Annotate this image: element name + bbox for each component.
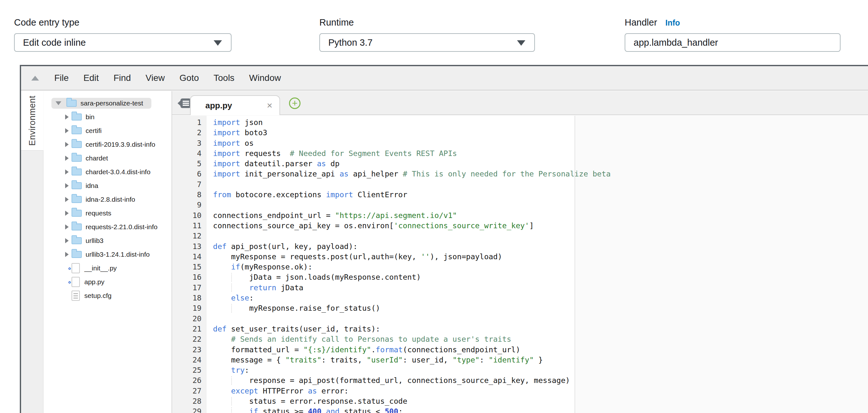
tree-row-inner: certifi-2019.3.9.dist-info (61, 139, 163, 150)
tree-item-bin[interactable]: bin (44, 110, 172, 124)
code-line[interactable]: message = { "traits": traits, "userId": … (207, 355, 868, 365)
code-line[interactable]: def set_user_traits(user_id, traits): (207, 324, 868, 334)
tab-app-py[interactable]: app.py × (190, 95, 280, 115)
tree-row-inner: ‹›app.py (67, 275, 113, 289)
caret-down-icon[interactable] (56, 101, 66, 105)
code-line[interactable]: formatted_url = "{:s}/identify".format(c… (207, 345, 868, 355)
handler-info-link[interactable]: Info (665, 18, 680, 28)
tree-item-urllib3-1.24.1.dist-info[interactable]: urllib3-1.24.1.dist-info (44, 247, 172, 261)
code-line[interactable] (207, 231, 868, 241)
line-number: 1 (172, 117, 207, 127)
tree-item-label: idna (86, 182, 98, 189)
chevron-down-icon (214, 40, 222, 46)
code-line[interactable]: try: (207, 365, 868, 375)
caret-right-icon[interactable] (65, 238, 71, 243)
menu-window[interactable]: Window (249, 73, 281, 83)
line-number: 17 (172, 283, 207, 293)
caret-right-icon[interactable] (65, 197, 71, 202)
menu-find[interactable]: Find (113, 73, 131, 83)
tree-item-idna-2.8.dist-info[interactable]: idna-2.8.dist-info (44, 193, 172, 206)
new-tab-icon[interactable]: + (289, 97, 301, 109)
code-line[interactable]: return jData (207, 283, 868, 293)
menu-tools[interactable]: Tools (214, 73, 235, 83)
tree-row-inner: idna (61, 180, 107, 191)
tree-item-app.py[interactable]: ‹›app.py (44, 275, 172, 289)
code-line[interactable]: if(myResponse.ok): (207, 262, 868, 272)
code-line[interactable]: import os (207, 138, 868, 148)
tree-item-chardet[interactable]: chardet (44, 151, 172, 165)
tree-item-__init__.py[interactable]: ‹›__init__.py (44, 261, 172, 275)
code-line[interactable]: jData = json.loads(myResponse.content) (207, 272, 868, 282)
code-entry-type-field: Code entry type Edit code inline (14, 0, 231, 54)
caret-right-icon[interactable] (65, 225, 71, 230)
caret-right-icon[interactable] (65, 156, 71, 161)
line-number: 12 (172, 231, 207, 241)
tree-item-urllib3[interactable]: urllib3 (44, 234, 172, 247)
code-line[interactable]: import requests # Needed for Segment Eve… (207, 148, 868, 158)
editor-pane: app.py × + 12345678910111213141516171819… (172, 91, 868, 413)
collapse-editor-icon[interactable] (31, 76, 39, 81)
code-line[interactable]: except HTTPError as error: (207, 386, 868, 396)
caret-right-icon[interactable] (65, 142, 71, 147)
code-line[interactable]: import dateutil.parser as dp (207, 158, 868, 169)
menu-view[interactable]: View (146, 73, 165, 83)
caret-right-icon[interactable] (65, 252, 71, 257)
code-line[interactable]: myResponse.raise_for_status() (207, 303, 868, 313)
line-number: 5 (172, 158, 207, 169)
code-line[interactable] (207, 200, 868, 210)
code-line[interactable]: from botocore.exceptions import ClientEr… (207, 189, 868, 200)
code-line[interactable]: if status >= 400 and status < 500: (207, 406, 868, 413)
tree-item-requests[interactable]: requests (44, 206, 172, 220)
caret-right-icon[interactable] (65, 183, 71, 188)
menu-edit[interactable]: Edit (83, 73, 99, 83)
code-line[interactable]: import boto3 (207, 127, 868, 138)
tree-row-inner: certifi (61, 125, 110, 136)
tree-item-sara-personalize-test[interactable]: sara-personalize-test (44, 96, 172, 110)
code-line[interactable]: myResponse = requests.post(url,auth=(key… (207, 252, 868, 262)
code-line[interactable]: def api_post(url, key, payload): (207, 241, 868, 252)
tree-item-label: sara-personalize-test (81, 99, 143, 107)
tree-item-idna[interactable]: idna (44, 179, 172, 193)
environment-tab-label: Environment (28, 95, 37, 146)
runtime-select[interactable]: Python 3.7 (319, 33, 535, 52)
sidebar-tab-environment[interactable]: Environment (21, 91, 43, 151)
tree-item-certifi[interactable]: certifi (44, 124, 172, 138)
line-number: 7 (172, 179, 207, 189)
code-line[interactable]: connections_endpoint_url = "https://api.… (207, 210, 868, 220)
indent-guide (231, 376, 232, 385)
code-line[interactable]: import json (207, 117, 868, 127)
menu-goto[interactable]: Goto (180, 73, 199, 83)
code-line[interactable]: response = api_post(formatted_url, conne… (207, 375, 868, 385)
tree-item-label: urllib3 (86, 237, 103, 244)
code-editor[interactable]: 1234567891011121314151617181920212223242… (172, 116, 868, 413)
line-number: 27 (172, 386, 207, 396)
code-line[interactable] (207, 179, 868, 189)
tree-row-inner: urllib3 (61, 235, 112, 246)
menu-file[interactable]: File (54, 73, 69, 83)
caret-right-icon[interactable] (65, 114, 71, 120)
line-number: 18 (172, 293, 207, 303)
code-entry-type-select[interactable]: Edit code inline (14, 33, 231, 52)
folder-icon (71, 237, 82, 244)
tree-item-setup.cfg[interactable]: setup.cfg (44, 289, 172, 302)
caret-right-icon[interactable] (65, 170, 71, 175)
code-line[interactable]: else: (207, 293, 868, 303)
tab-list-icon[interactable] (177, 97, 192, 110)
tree-item-certifi-2019.3.9.dist-info[interactable]: certifi-2019.3.9.dist-info (44, 138, 172, 151)
tree-item-label: app.py (84, 278, 104, 286)
tree-item-chardet-3.0.4.dist-info[interactable]: chardet-3.0.4.dist-info (44, 165, 172, 179)
code-line[interactable]: import init_personalize_api as api_helpe… (207, 169, 868, 179)
caret-right-icon[interactable] (65, 211, 71, 216)
close-icon[interactable]: × (267, 100, 272, 111)
code-line[interactable]: status = error.response.status_code (207, 396, 868, 406)
tree-row-inner: chardet (61, 153, 116, 164)
handler-input[interactable] (625, 33, 840, 52)
folder-icon (66, 100, 76, 107)
caret-right-icon[interactable] (65, 128, 71, 133)
line-gutter: 1234567891011121314151617181920212223242… (172, 116, 207, 413)
code-line[interactable]: connections_source_api_key = os.environ[… (207, 220, 868, 231)
line-number: 11 (172, 220, 207, 231)
code-line[interactable] (207, 314, 868, 324)
tree-item-requests-2.21.0.dist-info[interactable]: requests-2.21.0.dist-info (44, 220, 172, 234)
code-line[interactable]: # Sends an identify call to Personas to … (207, 334, 868, 344)
